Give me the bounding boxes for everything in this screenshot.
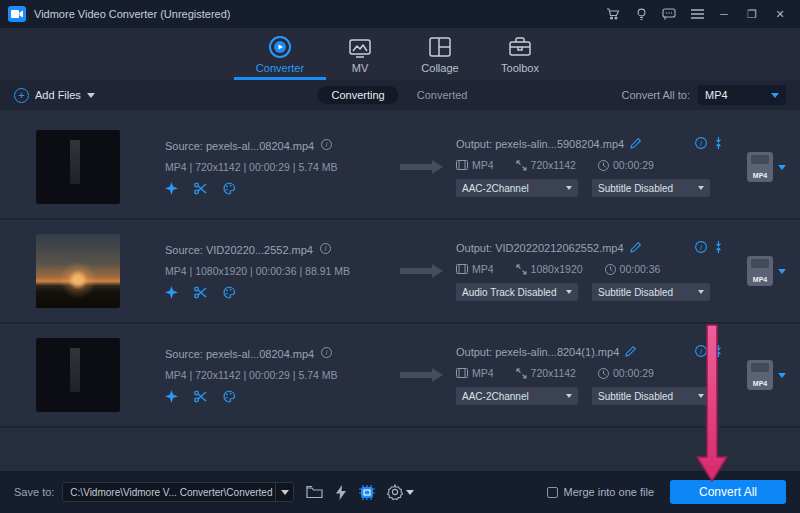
close-button[interactable]: ✕ [768,5,792,23]
output-profile-badge[interactable]: MP4 [747,360,773,390]
badge-label: MP4 [753,172,767,179]
video-thumbnail[interactable] [36,234,120,308]
tab-collage[interactable]: Collage [400,35,480,80]
palette-icon[interactable] [223,390,236,403]
subtitle-select[interactable]: Subtitle Disabled [592,179,710,197]
convert-direction-arrow [400,264,446,278]
feedback-chat-icon[interactable] [658,5,680,23]
converting-tab[interactable]: Converting [318,86,399,104]
video-thumbnail[interactable] [36,130,120,204]
tab-mv-label: MV [352,62,369,74]
merge-into-one-file-option[interactable]: Merge into one file [547,486,655,498]
chevron-down-icon[interactable] [778,165,786,170]
svg-text:i: i [700,243,702,252]
converted-tab[interactable]: Converted [417,89,468,101]
subtitle-value: Subtitle Disabled [598,287,673,298]
output-info-icon[interactable]: i [695,345,707,359]
chevron-down-icon [281,490,289,495]
output-resolution: 1080x1920 [531,263,583,275]
output-info: Output: pexels-alin...8204(1).mp4 i MP4 … [456,345,724,405]
open-folder-icon[interactable] [306,485,323,499]
chevron-down-icon[interactable] [778,373,786,378]
subtitle-value: Subtitle Disabled [598,391,673,402]
edit-effects-icon[interactable] [165,390,178,403]
converter-icon [268,35,292,59]
plus-icon: + [14,88,29,103]
video-thumbnail[interactable] [36,338,120,412]
output-info-icon[interactable]: i [695,241,707,255]
output-format-select[interactable]: MP4 [698,85,786,105]
tab-toolbox[interactable]: Toolbox [480,35,560,80]
tab-converter-label: Converter [256,62,304,74]
rename-pencil-icon[interactable] [630,138,641,151]
hardware-acceleration-icon[interactable] [335,485,347,500]
window-title: Vidmore Video Converter (Unregistered) [34,8,230,20]
compress-icon[interactable] [713,345,724,359]
output-info-icon[interactable]: i [695,137,707,151]
chevron-down-icon [698,290,704,294]
source-filename: Source: pexels-al...08204.mp4 [165,140,314,152]
source-meta: MP4 | 720x1142 | 00:00:29 | 5.74 MB [165,369,400,381]
rename-pencil-icon[interactable] [630,242,641,255]
maximize-button[interactable]: ❐ [740,5,764,23]
main-nav: Converter MV Collage Toolbox [0,28,800,80]
edit-effects-icon[interactable] [165,286,178,299]
subtitle-value: Subtitle Disabled [598,183,673,194]
chevron-down-icon [87,93,95,98]
toolbox-icon [508,35,532,59]
subtitle-select[interactable]: Subtitle Disabled [592,387,710,405]
source-info: Source: pexels-al...08204.mp4 i MP4 | 72… [165,347,400,403]
output-format-chip: MP4 [472,263,494,275]
edit-effects-icon[interactable] [165,182,178,195]
app-logo-icon [8,6,26,22]
tab-mv[interactable]: MV [320,35,400,80]
info-icon[interactable]: i [321,347,332,360]
chevron-down-icon [406,490,414,495]
compress-icon[interactable] [713,241,724,255]
cut-scissors-icon[interactable] [194,286,207,299]
svg-text:i: i [326,349,328,356]
chevron-down-icon [566,290,572,294]
subtitle-select[interactable]: Subtitle Disabled [592,283,710,301]
add-files-button[interactable]: + Add Files [14,88,95,103]
audio-track-select[interactable]: AAC-2Channel [456,179,578,197]
save-path-select[interactable]: C:\Vidmore\Vidmore V... Converter\Conver… [62,482,294,502]
tab-converter[interactable]: Converter [240,35,320,80]
rename-pencil-icon[interactable] [625,346,636,359]
source-filename: Source: pexels-al...08204.mp4 [165,348,314,360]
settings-button[interactable] [387,484,414,500]
svg-text:i: i [700,347,702,356]
audio-track-select[interactable]: Audio Track Disabled [456,283,578,301]
output-profile-group: MP4 [747,152,786,182]
output-profile-badge[interactable]: MP4 [747,256,773,286]
minimize-button[interactable]: ─ [712,5,736,23]
audio-track-select[interactable]: AAC-2Channel [456,387,578,405]
convert-all-button[interactable]: Convert All [670,480,786,504]
menu-icon[interactable] [686,5,708,23]
source-meta: MP4 | 720x1142 | 00:00:29 | 5.74 MB [165,161,400,173]
add-files-label: Add Files [35,89,81,101]
toolbar: + Add Files Converting Converted Convert… [0,80,800,110]
convert-all-to-label: Convert All to: [622,89,690,101]
info-icon[interactable]: i [320,243,331,256]
merge-checkbox[interactable] [547,487,558,498]
cut-scissors-icon[interactable] [194,182,207,195]
bottom-bar: Save to: C:\Vidmore\Vidmore V... Convert… [0,471,800,513]
gpu-acceleration-icon[interactable] [359,485,375,500]
palette-icon[interactable] [223,286,236,299]
output-resolution: 720x1142 [531,367,576,379]
save-path-dropdown[interactable] [275,483,293,501]
audio-track-value: AAC-2Channel [462,391,529,402]
chevron-down-icon[interactable] [778,269,786,274]
svg-text:i: i [325,245,327,252]
cut-scissors-icon[interactable] [194,390,207,403]
compress-icon[interactable] [713,137,724,151]
output-profile-badge[interactable]: MP4 [747,152,773,182]
cart-icon[interactable] [602,5,624,23]
file-row: Source: pexels-al...08204.mp4 i MP4 | 72… [0,324,800,428]
palette-icon[interactable] [223,182,236,195]
info-icon[interactable]: i [321,139,332,152]
idea-lamp-icon[interactable] [630,5,652,23]
tab-collage-label: Collage [421,62,458,74]
app-window: Vidmore Video Converter (Unregistered) ─… [0,0,800,513]
